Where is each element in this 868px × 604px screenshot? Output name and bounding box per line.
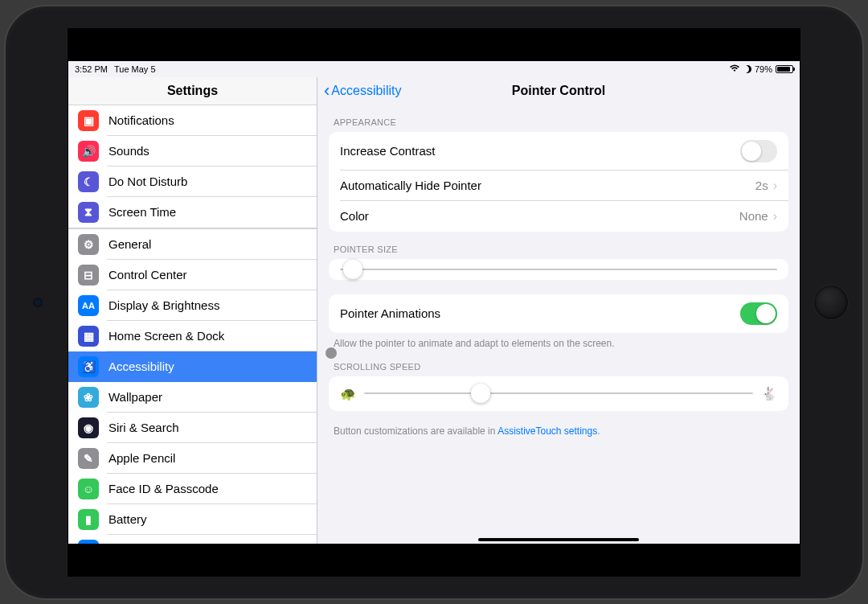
os-area: 3:52 PM Tue May 5 79% Settings ▣Notifica… bbox=[68, 61, 800, 544]
row-pointer-animations[interactable]: Pointer Animations bbox=[329, 294, 788, 333]
do-not-disturb-icon: ☾ bbox=[78, 171, 99, 192]
pointer-size-slider-container bbox=[329, 259, 788, 280]
sidebar-item-notifications[interactable]: ▣Notifications bbox=[68, 105, 317, 136]
accessibility-icon: ♿ bbox=[78, 356, 99, 377]
sidebar-item-screen-time[interactable]: ⧗Screen Time bbox=[68, 197, 317, 228]
battery-icon bbox=[776, 65, 793, 73]
sidebar-item-siri-search[interactable]: ◉Siri & Search bbox=[68, 413, 317, 443]
pointer-cursor bbox=[326, 347, 337, 359]
scrolling-speed-slider[interactable] bbox=[364, 392, 753, 394]
row-color[interactable]: Color None› bbox=[329, 201, 788, 232]
settings-sidebar[interactable]: Settings ▣Notifications🔊Sounds☾Do Not Di… bbox=[68, 77, 317, 544]
sidebar-item-control-center[interactable]: ⊟Control Center bbox=[68, 260, 317, 290]
section-header-appearance: APPEARANCE bbox=[317, 105, 800, 132]
battery-icon: ▮ bbox=[78, 509, 99, 530]
scrolling-speed-slider-container: 🐢 🐇 bbox=[329, 376, 788, 411]
sidebar-item-label: Wallpaper bbox=[108, 390, 162, 404]
status-bar: 3:52 PM Tue May 5 79% bbox=[68, 61, 800, 77]
pointer-size-slider[interactable] bbox=[340, 269, 777, 270]
sidebar-item-display-brightness[interactable]: AADisplay & Brightness bbox=[68, 290, 317, 321]
sidebar-item-apple-pencil[interactable]: ✎Apple Pencil bbox=[68, 443, 317, 474]
sidebar-item-label: Apple Pencil bbox=[108, 451, 175, 465]
battery-percent: 79% bbox=[755, 64, 772, 74]
siri-search-icon: ◉ bbox=[78, 417, 99, 438]
assistivetouch-footer: Button customizations are available in A… bbox=[317, 411, 800, 442]
back-label: Accessibility bbox=[331, 84, 401, 98]
sidebar-item-do-not-disturb[interactable]: ☾Do Not Disturb bbox=[68, 166, 317, 197]
sidebar-item-battery[interactable]: ▮Battery bbox=[68, 504, 317, 535]
sidebar-item-label: Notifications bbox=[108, 113, 174, 127]
assistivetouch-link[interactable]: AssistiveTouch settings bbox=[497, 425, 597, 437]
sidebar-item-label: Battery bbox=[108, 512, 147, 526]
sidebar-item-privacy[interactable]: ✋Privacy bbox=[68, 535, 317, 544]
home-screen-dock-icon: ▦ bbox=[78, 326, 99, 347]
rabbit-icon: 🐇 bbox=[761, 386, 777, 401]
sidebar-title: Settings bbox=[68, 77, 317, 105]
sidebar-item-label: Siri & Search bbox=[108, 421, 179, 434]
display-brightness-icon: AA bbox=[78, 295, 99, 316]
sidebar-item-label: General bbox=[108, 237, 151, 251]
status-date: Tue May 5 bbox=[114, 64, 156, 74]
general-icon: ⚙ bbox=[78, 234, 99, 255]
animations-help-text: Allow the pointer to animate and adapt t… bbox=[317, 333, 800, 354]
sidebar-item-label: Sounds bbox=[108, 144, 149, 158]
sounds-icon: 🔊 bbox=[78, 141, 99, 162]
back-button[interactable]: ‹ Accessibility bbox=[324, 82, 401, 100]
sidebar-item-label: Display & Brightness bbox=[108, 298, 219, 312]
home-button[interactable] bbox=[814, 286, 848, 319]
chevron-left-icon: ‹ bbox=[324, 82, 330, 100]
sidebar-item-wallpaper[interactable]: ❀Wallpaper bbox=[68, 382, 317, 413]
face-id-passcode-icon: ☺ bbox=[78, 479, 99, 499]
row-increase-contrast[interactable]: Increase Contrast bbox=[329, 132, 788, 171]
front-camera bbox=[35, 299, 41, 306]
section-header-scrolling: SCROLLING SPEED bbox=[317, 354, 800, 376]
sidebar-item-home-screen-dock[interactable]: ▦Home Screen & Dock bbox=[68, 321, 317, 351]
increase-contrast-toggle[interactable] bbox=[740, 140, 777, 162]
screen: 3:52 PM Tue May 5 79% Settings ▣Notifica… bbox=[68, 28, 800, 577]
turtle-icon: 🐢 bbox=[340, 386, 356, 401]
home-indicator[interactable] bbox=[478, 538, 639, 541]
sidebar-item-general[interactable]: ⚙General bbox=[68, 229, 317, 260]
sidebar-item-label: Screen Time bbox=[108, 205, 176, 219]
wallpaper-icon: ❀ bbox=[78, 387, 99, 408]
pointer-animations-toggle[interactable] bbox=[740, 302, 777, 325]
notifications-icon: ▣ bbox=[78, 110, 99, 131]
dnd-moon-icon bbox=[743, 65, 751, 73]
sidebar-item-face-id-passcode[interactable]: ☺Face ID & Passcode bbox=[68, 474, 317, 504]
appearance-group: Increase Contrast Automatically Hide Poi… bbox=[329, 132, 788, 232]
status-time: 3:52 PM bbox=[75, 64, 108, 74]
chevron-right-icon: › bbox=[773, 209, 777, 224]
sidebar-item-label: Control Center bbox=[108, 268, 187, 281]
section-header-pointer-size: POINTER SIZE bbox=[317, 232, 800, 259]
sidebar-item-label: Do Not Disturb bbox=[108, 175, 187, 188]
sidebar-item-label: Face ID & Passcode bbox=[108, 482, 219, 495]
screen-time-icon: ⧗ bbox=[78, 202, 99, 223]
sidebar-item-label: Accessibility bbox=[108, 360, 174, 373]
sidebar-item-sounds[interactable]: 🔊Sounds bbox=[68, 136, 317, 166]
control-center-icon: ⊟ bbox=[78, 265, 99, 286]
ipad-frame: 3:52 PM Tue May 5 79% Settings ▣Notifica… bbox=[4, 5, 864, 600]
apple-pencil-icon: ✎ bbox=[78, 448, 99, 469]
row-auto-hide[interactable]: Automatically Hide Pointer 2s› bbox=[329, 171, 788, 201]
detail-pane[interactable]: ‹ Accessibility Pointer Control APPEARAN… bbox=[317, 77, 800, 544]
wifi-icon bbox=[729, 64, 740, 75]
chevron-right-icon: › bbox=[773, 179, 777, 193]
sidebar-item-accessibility[interactable]: ♿Accessibility bbox=[68, 351, 317, 382]
sidebar-item-label: Home Screen & Dock bbox=[108, 329, 224, 343]
